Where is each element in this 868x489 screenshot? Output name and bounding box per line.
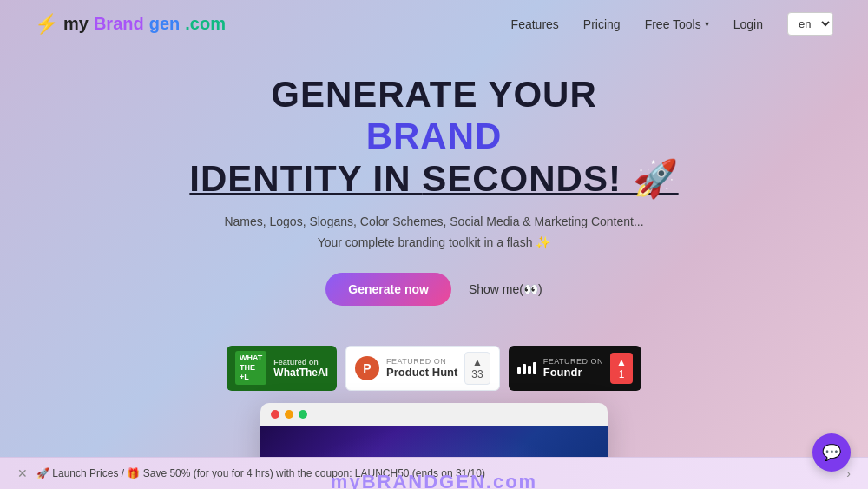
producthunt-arrow: ▲	[472, 356, 483, 368]
video-titlebar	[260, 403, 608, 426]
chat-icon: 💬	[822, 443, 841, 462]
foundr-count: ▲ 1	[610, 353, 633, 384]
producthunt-count: ▲ 33	[464, 352, 490, 385]
banner-arrow-icon[interactable]: ›	[846, 466, 851, 480]
producthunt-text: FEATURED ON Product Hunt	[386, 357, 457, 379]
dot-red	[271, 410, 279, 419]
nav-features[interactable]: Features	[511, 17, 559, 31]
hero-line3-prefix: IDENTITY IN	[189, 158, 422, 199]
hero-line2: BRAND	[17, 116, 851, 157]
whattheai-text: Featured on WhatTheAI	[273, 358, 328, 379]
hero-line3-underline: SECONDS!	[422, 158, 621, 199]
video-my: my	[331, 471, 362, 489]
hero-line1: GENERATE YOUR	[17, 74, 851, 116]
chevron-down-icon: ▾	[705, 19, 709, 29]
logo-brand: Brand	[94, 14, 144, 34]
language-select[interactable]: en	[787, 12, 833, 36]
foundr-logo	[517, 362, 536, 374]
nav-free-tools[interactable]: Free Tools ▾	[645, 17, 709, 31]
hero-line3-emoji: 🚀	[621, 158, 679, 199]
show-me-button[interactable]: Show me(👀)	[469, 282, 542, 296]
hero-line3: IDENTITY IN SECONDS! 🚀	[17, 157, 851, 200]
whattheai-name: WhatTheAI	[273, 367, 328, 379]
hero-subtitle: Names, Logos, Slogans, Color Schemes, So…	[17, 212, 851, 254]
badge-foundr[interactable]: FEATURED ON Foundr ▲ 1	[509, 346, 641, 391]
navbar: ⚡ myBrandgen.com Features Pricing Free T…	[0, 0, 868, 48]
chat-bubble-button[interactable]: 💬	[812, 433, 851, 472]
foundr-num: 1	[619, 368, 625, 380]
foundr-featured: FEATURED ON	[543, 357, 603, 366]
logo-my: my	[63, 14, 89, 34]
producthunt-logo: P	[355, 356, 379, 380]
badge-whattheai[interactable]: WHATTHE+L Featured on WhatTheAI	[227, 346, 337, 391]
dot-yellow	[285, 410, 293, 419]
producthunt-name: Product Hunt	[386, 366, 457, 379]
hero-section: GENERATE YOUR BRAND IDENTITY IN SECONDS!…	[0, 48, 868, 323]
producthunt-featured: FEATURED ON	[386, 357, 457, 366]
video-brandgen: BRANDGEN	[362, 471, 486, 489]
whattheai-icon: WHATTHE+L	[235, 351, 266, 384]
hero-cta: Generate now Show me(👀)	[17, 273, 851, 306]
nav-right: Features Pricing Free Tools ▾ Login en	[511, 12, 833, 36]
logo-gen: gen	[149, 14, 181, 34]
bar3	[528, 366, 531, 374]
logo-icon: ⚡	[35, 13, 58, 36]
generate-now-button[interactable]: Generate now	[326, 273, 451, 306]
badge-producthunt[interactable]: P FEATURED ON Product Hunt ▲ 33	[345, 346, 500, 391]
logo-com: .com	[185, 14, 226, 34]
whattheai-featured: Featured on	[273, 358, 328, 367]
producthunt-num: 33	[471, 368, 483, 380]
dot-green	[299, 410, 307, 419]
nav-pricing[interactable]: Pricing	[583, 17, 621, 31]
video-brand-text: myBRANDGEN.com	[331, 471, 537, 489]
badges-row: WHATTHE+L Featured on WhatTheAI P FEATUR…	[0, 346, 868, 391]
banner-close-button[interactable]: ✕	[17, 466, 28, 480]
foundr-arrow: ▲	[616, 356, 627, 368]
bar1	[517, 367, 521, 374]
foundr-name: Foundr	[543, 366, 603, 379]
bar2	[523, 364, 526, 374]
hero-sub2: Your complete branding toolkit in a flas…	[17, 233, 851, 254]
foundr-bars-icon	[517, 362, 536, 374]
video-com: .com	[486, 471, 537, 489]
bar4	[533, 362, 536, 374]
hero-sub1: Names, Logos, Slogans, Color Schemes, So…	[17, 212, 851, 233]
logo[interactable]: ⚡ myBrandgen.com	[35, 13, 226, 36]
foundr-text: FEATURED ON Foundr	[543, 357, 603, 379]
nav-login[interactable]: Login	[733, 17, 763, 31]
